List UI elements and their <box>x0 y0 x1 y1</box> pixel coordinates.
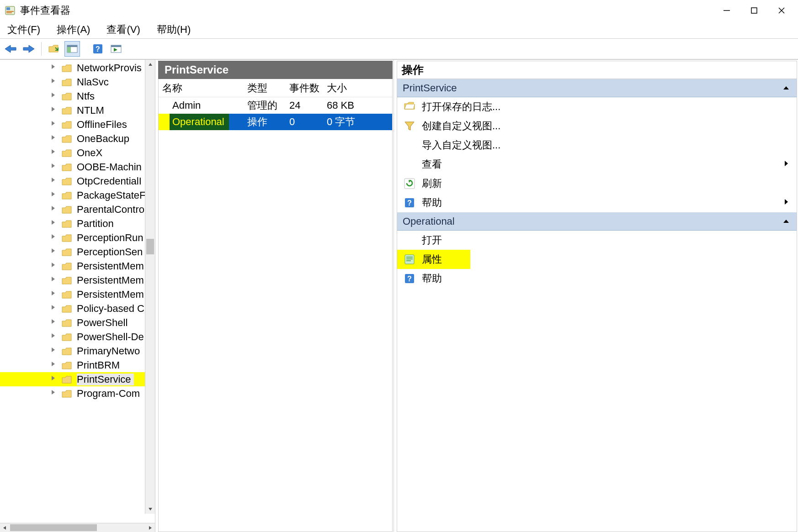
log-list[interactable]: 名称 类型 事件数 大小 Admin管理的2468 KBOperational操… <box>158 79 393 532</box>
tree-horizontal-scrollbar[interactable] <box>0 523 155 532</box>
actions-panel: 操作 PrintService 打开保存的日志... 创建自定义视图... <box>394 60 798 532</box>
tree-item[interactable]: Partition <box>0 216 155 231</box>
folder-icon <box>61 347 72 356</box>
expander-icon[interactable] <box>50 121 59 129</box>
list-row[interactable]: Operational操作00 字节 <box>159 114 392 130</box>
tree-item[interactable]: PerceptionSen <box>0 245 155 259</box>
tree-item[interactable]: OneBackup <box>0 132 155 146</box>
expander-icon[interactable] <box>50 375 59 384</box>
svg-marker-26 <box>52 206 55 211</box>
show-hide-action-pane-button[interactable] <box>64 41 80 57</box>
nav-forward-button[interactable] <box>21 41 37 57</box>
scroll-thumb[interactable] <box>146 239 154 254</box>
expander-icon[interactable] <box>50 191 59 200</box>
expander-icon[interactable] <box>50 64 59 72</box>
expander-icon[interactable] <box>50 248 59 256</box>
expander-icon[interactable] <box>50 390 59 398</box>
tree-item[interactable]: PersistentMem <box>0 273 155 287</box>
action-import-custom-view[interactable]: 导入自定义视图... <box>397 136 797 155</box>
actions-group-printservice[interactable]: PrintService <box>397 79 797 97</box>
help-button[interactable]: ? <box>90 41 106 57</box>
menu-view[interactable]: 查看(V) <box>104 22 143 37</box>
tree-item[interactable]: PerceptionRun <box>0 231 155 245</box>
expander-icon[interactable] <box>50 149 59 157</box>
tree-item[interactable]: OneX <box>0 146 155 160</box>
expander-icon[interactable] <box>50 319 59 327</box>
expander-icon[interactable] <box>50 290 59 299</box>
tree-item[interactable]: ParentalContro <box>0 202 155 216</box>
tree-item[interactable]: PersistentMem <box>0 287 155 301</box>
tree-item-label: PrintBRM <box>77 359 120 371</box>
action-properties[interactable]: 属性 <box>397 250 470 269</box>
action-open[interactable]: 打开 <box>397 231 797 250</box>
expander-icon[interactable] <box>50 92 59 100</box>
tree-item[interactable]: PrintBRM <box>0 358 155 372</box>
svg-marker-19 <box>52 107 55 111</box>
expander-icon[interactable] <box>50 106 59 115</box>
tree-item[interactable]: PrintService <box>0 372 155 386</box>
column-size[interactable]: 大小 <box>323 81 392 95</box>
scroll-down-icon[interactable] <box>145 505 155 514</box>
tree-item[interactable]: OOBE-Machin <box>0 160 155 174</box>
svg-marker-34 <box>52 319 55 324</box>
show-hide-tree-button[interactable] <box>46 41 62 57</box>
tree-item[interactable]: PrimaryNetwo <box>0 344 155 358</box>
expander-icon[interactable] <box>50 305 59 313</box>
expander-icon[interactable] <box>50 276 59 284</box>
expander-icon[interactable] <box>50 205 59 214</box>
expander-icon[interactable] <box>50 262 59 270</box>
scroll-left-icon[interactable] <box>0 523 9 532</box>
expander-icon[interactable] <box>50 220 59 228</box>
collapse-icon[interactable] <box>783 217 789 226</box>
expander-icon[interactable] <box>50 78 59 86</box>
tree-item[interactable]: PackageStateF <box>0 188 155 202</box>
tree-item[interactable]: Program-Com <box>0 386 155 400</box>
menu-action[interactable]: 操作(A) <box>54 22 93 37</box>
scroll-right-icon[interactable] <box>146 523 155 532</box>
tree-item[interactable]: PersistentMem <box>0 259 155 273</box>
menu-file[interactable]: 文件(F) <box>5 22 43 37</box>
tree[interactable]: NetworkProvisNlaSvcNtfsNTLMOfflineFilesO… <box>0 60 155 523</box>
menu-help[interactable]: 帮助(H) <box>154 22 194 37</box>
action-help[interactable]: ? 帮助 <box>397 193 797 212</box>
tree-item[interactable]: PowerShell-De <box>0 330 155 344</box>
properties-toolbar-button[interactable] <box>108 41 124 57</box>
minimize-button[interactable] <box>713 1 740 20</box>
tree-item[interactable]: Ntfs <box>0 89 155 103</box>
expander-icon[interactable] <box>50 361 59 369</box>
svg-marker-21 <box>52 135 55 140</box>
scroll-up-icon[interactable] <box>145 60 155 69</box>
action-refresh[interactable]: 刷新 <box>397 174 797 193</box>
maximize-button[interactable] <box>740 1 768 20</box>
list-row[interactable]: Admin管理的2468 KB <box>159 97 392 114</box>
tree-item-label: Policy-based C <box>77 303 144 314</box>
action-help-2[interactable]: ? 帮助 <box>397 269 797 288</box>
column-count[interactable]: 事件数 <box>286 81 323 95</box>
tree-item[interactable]: OfflineFiles <box>0 117 155 132</box>
collapse-icon[interactable] <box>783 84 789 92</box>
expander-icon[interactable] <box>50 234 59 242</box>
action-open-saved-log[interactable]: 打开保存的日志... <box>397 97 797 116</box>
tree-item[interactable]: OtpCredentialI <box>0 174 155 188</box>
tree-item[interactable]: NetworkProvis <box>0 61 155 75</box>
actions-group-operational[interactable]: Operational <box>397 212 797 231</box>
nav-back-button[interactable] <box>3 41 18 57</box>
expander-icon[interactable] <box>50 333 59 341</box>
expander-icon[interactable] <box>50 177 59 185</box>
svg-marker-24 <box>52 178 55 182</box>
expander-icon[interactable] <box>50 135 59 143</box>
expander-icon[interactable] <box>50 347 59 355</box>
action-create-custom-view[interactable]: 创建自定义视图... <box>397 116 797 136</box>
action-view[interactable]: 查看 <box>397 155 797 174</box>
column-type[interactable]: 类型 <box>244 81 286 95</box>
tree-item[interactable]: PowerShell <box>0 316 155 330</box>
tree-item[interactable]: Policy-based C <box>0 301 155 316</box>
expander-icon[interactable] <box>50 163 59 171</box>
column-name[interactable]: 名称 <box>159 81 244 95</box>
tree-item[interactable]: NTLM <box>0 103 155 117</box>
tree-item[interactable]: NlaSvc <box>0 75 155 89</box>
refresh-icon <box>404 178 415 190</box>
close-button[interactable] <box>768 1 795 20</box>
tree-vertical-scrollbar[interactable] <box>145 60 155 514</box>
hscroll-thumb[interactable] <box>10 524 97 531</box>
